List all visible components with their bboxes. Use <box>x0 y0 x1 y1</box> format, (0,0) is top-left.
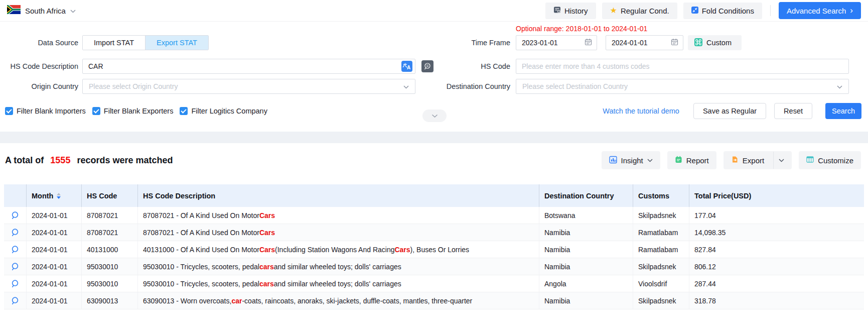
table-row: 2024-01-01 40131000 40131000 - Of A Kind… <box>4 241 864 258</box>
insight-label: Insight <box>621 156 643 165</box>
country-selector[interactable]: South Africa <box>7 5 76 16</box>
highlighted-keyword: Cars <box>259 211 275 220</box>
filter-label: Filter Logitics Company <box>191 107 267 115</box>
filter-label: Filter Blank Exporters <box>104 107 174 115</box>
export-stat-option[interactable]: Export STAT <box>146 36 208 50</box>
cell-destination: Namibia <box>539 292 633 309</box>
customize-button[interactable]: Customize <box>799 151 861 169</box>
save-as-regular-button[interactable]: Save as Regular <box>693 103 766 119</box>
south-africa-flag-icon <box>7 5 21 16</box>
origin-country-select[interactable]: Please select Origin Country <box>82 79 415 94</box>
tutorial-link[interactable]: Watch the tutorial demo <box>603 107 679 115</box>
svg-text:A: A <box>407 65 410 70</box>
cell-hs-code: 87087021 <box>82 207 138 224</box>
row-detail-magnifier-icon[interactable] <box>4 224 27 241</box>
translate-icon[interactable]: A <box>401 61 412 74</box>
destination-country-label: Destination Country <box>431 79 510 94</box>
description-text: -coats, raincoats, anoraks, ski-jackets,… <box>242 297 472 305</box>
table-header-row: Month HS Code HS Code Description Destin… <box>4 184 864 207</box>
export-button[interactable]: Export <box>724 151 792 169</box>
star-icon: ★ <box>610 7 617 15</box>
row-detail-magnifier-icon[interactable] <box>4 292 27 309</box>
custom-range-button[interactable]: Custom <box>688 35 742 50</box>
description-text: 95030010 - Tricycles, scooters, pedal <box>143 263 259 271</box>
report-label: Report <box>686 156 709 165</box>
chevron-down-icon <box>403 82 409 91</box>
cell-destination: Botswana <box>539 207 633 224</box>
highlighted-keyword: Cars <box>394 246 410 254</box>
cell-hs-code: 95030010 <box>82 275 138 292</box>
destination-country-select[interactable]: Please select Destination Country <box>516 79 849 94</box>
total-count: 1555 <box>50 155 70 165</box>
end-date-value: 2024-01-01 <box>612 39 648 47</box>
header-destination: Destination Country <box>539 184 633 207</box>
search-button[interactable]: Search <box>825 103 861 119</box>
hs-code-input[interactable] <box>516 59 849 74</box>
cell-month: 2024-01-01 <box>27 207 82 224</box>
cell-month: 2024-01-01 <box>27 258 82 275</box>
header-month[interactable]: Month <box>27 184 82 207</box>
header-icon-column <box>4 184 27 207</box>
history-button[interactable]: History <box>545 3 596 19</box>
row-detail-magnifier-icon[interactable] <box>4 241 27 258</box>
cell-description: 95030010 - Tricycles, scooters, pedal ca… <box>138 258 539 275</box>
fold-conditions-label: Fold Conditions <box>702 7 754 15</box>
filter-logitics-company-checkbox[interactable]: Filter Logitics Company <box>180 107 267 115</box>
sort-icons[interactable] <box>57 193 61 199</box>
results-toolbar: BI Insight Report <box>602 151 861 169</box>
cell-total-price: 177.04 <box>689 207 864 224</box>
import-stat-option[interactable]: Import STAT <box>83 36 146 50</box>
cell-customs: Vioolsdrif <box>633 275 689 292</box>
history-label: History <box>564 7 588 15</box>
cell-description: 87087021 - Of A Kind Used On Motor Cars <box>138 224 539 241</box>
fold-conditions-button[interactable]: Fold Conditions <box>683 3 762 19</box>
top-bar-actions: History ★ Regular Cond. Fold Conditions <box>545 2 861 19</box>
report-button[interactable]: Report <box>667 151 716 169</box>
header-customs: Customs <box>633 184 689 207</box>
row-detail-magnifier-icon[interactable] <box>4 258 27 275</box>
cell-total-price: 806.12 <box>689 258 864 275</box>
insight-button[interactable]: BI Insight <box>602 151 660 169</box>
cell-month: 2024-01-01 <box>27 224 82 241</box>
hs-desc-input[interactable] <box>82 59 415 74</box>
end-date-input[interactable]: 2024-01-01 <box>606 35 683 50</box>
header-hs-code: HS Code <box>82 184 138 207</box>
chevron-down-icon <box>647 159 653 162</box>
row-detail-magnifier-icon[interactable] <box>4 207 27 224</box>
hs-code-input-wrap <box>516 59 849 74</box>
cell-hs-code: 40131000 <box>82 241 138 258</box>
hs-code-label: HS Code <box>431 59 510 74</box>
history-icon <box>553 6 561 15</box>
cell-description: 95030010 - Tricycles, scooters, pedal ca… <box>138 275 539 292</box>
description-text: and similar wheeled toys; dolls' carriag… <box>274 280 401 288</box>
filter-blank-importers-checkbox[interactable]: Filter Blank Importers <box>5 107 86 115</box>
calendar-icon <box>585 38 592 47</box>
advanced-search-button[interactable]: Advanced Search › <box>779 2 861 19</box>
cell-customs: Skilpadsnek <box>633 292 689 309</box>
customize-icon <box>806 156 814 165</box>
row-detail-magnifier-icon[interactable] <box>4 275 27 292</box>
data-source-segmented: Import STAT Export STAT <box>82 35 209 50</box>
checkbox-checked-icon <box>5 107 13 115</box>
description-text: ), Buses Or Lorries <box>410 246 469 254</box>
reset-button[interactable]: Reset <box>774 103 812 119</box>
checkbox-checked-icon <box>180 107 188 115</box>
form-row-datasource: Data Source Import STAT Export STAT Time… <box>0 35 868 50</box>
cell-description: 87087021 - Of A Kind Used On Motor Cars <box>138 207 539 224</box>
description-text: (Including Station Wagons And Racing <box>275 246 394 254</box>
cell-month: 2024-01-01 <box>27 292 82 309</box>
cell-hs-code: 95030010 <box>82 258 138 275</box>
sort-desc-icon <box>57 196 61 199</box>
start-date-input[interactable]: 2023-01-01 <box>516 35 597 50</box>
custom-label: Custom <box>706 39 732 47</box>
table-row: 2024-01-01 87087021 87087021 - Of A Kind… <box>4 224 864 241</box>
collapse-form-button[interactable] <box>422 110 447 122</box>
description-text: 40131000 - Of A Kind Used On Motor <box>143 246 259 254</box>
origin-placeholder: Please select Origin Country <box>89 82 178 90</box>
highlighted-keyword: car <box>231 297 242 305</box>
filter-blank-exporters-checkbox[interactable]: Filter Blank Exporters <box>92 107 174 115</box>
insight-icon: BI <box>609 156 617 165</box>
divider <box>773 152 774 169</box>
cell-total-price: 318.78 <box>689 292 864 309</box>
regular-cond-button[interactable]: ★ Regular Cond. <box>602 3 677 19</box>
